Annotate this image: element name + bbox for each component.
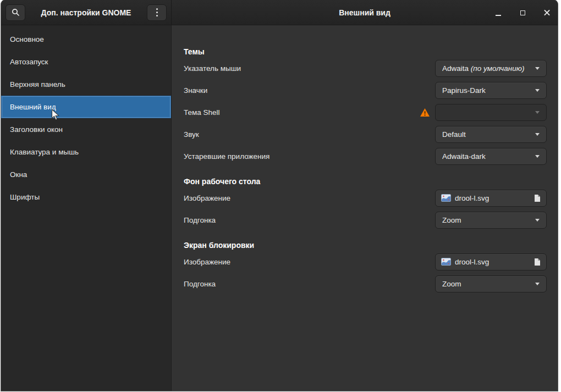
titlebar: Доп. настройки GNOME Внешний вид (1, 0, 558, 25)
background-image-chooser[interactable]: drool-l.svg (435, 190, 547, 207)
window-body: Основное Автозапуск Верхняя панель Внешн… (1, 25, 558, 391)
kebab-menu-icon (156, 8, 158, 16)
row-label: Устаревшие приложения (184, 152, 435, 161)
row-label: Указатель мыши (184, 64, 435, 73)
file-name: drool-l.svg (455, 194, 530, 202)
sidebar-item-window-titlebars[interactable]: Заголовки окон (1, 118, 171, 141)
settings-row-mouse-pointer: Указатель мыши Adwaita (по умолчанию) (184, 57, 547, 79)
sidebar-item-keyboard-mouse[interactable]: Клавиатура и мышь (1, 141, 171, 163)
settings-row-legacy-applications: Устаревшие приложения Adwaita-dark (184, 145, 547, 167)
appearance-panel: Темы Указатель мыши Adwaita (по умолчани… (172, 25, 558, 391)
chevron-down-icon (535, 283, 540, 285)
window-controls (493, 0, 552, 25)
sidebar: Основное Автозапуск Верхняя панель Внешн… (1, 25, 172, 391)
legacy-applications-dropdown[interactable]: Adwaita-dark (435, 148, 547, 165)
shell-theme-dropdown[interactable] (435, 104, 547, 121)
chevron-down-icon (535, 67, 540, 70)
titlebar-right: Внешний вид (172, 0, 558, 25)
file-name: drool-l.svg (455, 258, 530, 266)
settings-row-shell-theme: Тема Shell (184, 101, 547, 123)
settings-row-lockscreen-adjustment: Подгонка Zoom (184, 273, 547, 295)
image-thumbnail-icon (441, 258, 451, 266)
minimize-icon (496, 15, 501, 16)
section-title-lock-screen: Экран блокировки (184, 240, 547, 251)
section-title-desktop-background: Фон рабочего стола (184, 176, 547, 187)
chevron-down-icon (535, 219, 540, 222)
settings-row-background-image: Изображение drool-l.svg (184, 187, 547, 209)
maximize-button[interactable] (517, 7, 528, 18)
maximize-icon (520, 10, 525, 15)
dropdown-value: Default (442, 130, 535, 139)
dropdown-value: Adwaita-dark (442, 152, 535, 161)
file-document-icon (534, 194, 541, 202)
row-label: Звук (184, 130, 435, 139)
settings-row-sound: Звук Default (184, 123, 547, 145)
search-button[interactable] (6, 4, 25, 21)
dropdown-value: Papirus-Dark (442, 86, 535, 95)
sidebar-item-windows[interactable]: Окна (1, 163, 171, 186)
section-title-themes: Темы (184, 46, 547, 57)
dropdown-value: Zoom (442, 280, 535, 288)
sidebar-item-top-bar[interactable]: Верхняя панель (1, 73, 171, 96)
lockscreen-image-chooser[interactable]: drool-l.svg (435, 253, 547, 270)
sidebar-item-fonts[interactable]: Шрифты (1, 186, 171, 208)
sidebar-item-startup[interactable]: Автозапуск (1, 51, 171, 73)
dropdown-value-suffix: (по умолчанию) (471, 64, 525, 73)
sidebar-item-general[interactable]: Основное (1, 28, 171, 51)
search-icon (12, 8, 20, 16)
sidebar-item-appearance[interactable]: Внешний вид (1, 96, 171, 118)
chevron-down-icon (535, 133, 540, 136)
row-label: Изображение (184, 258, 435, 266)
row-label: Изображение (184, 194, 435, 202)
dropdown-value: Adwaita (442, 64, 471, 73)
row-label: Подгонка (184, 280, 435, 288)
close-button[interactable] (541, 7, 552, 18)
lockscreen-adjustment-dropdown[interactable]: Zoom (435, 275, 547, 292)
settings-row-background-adjustment: Подгонка Zoom (184, 209, 547, 231)
minimize-button[interactable] (493, 7, 504, 18)
chevron-down-icon (535, 111, 540, 114)
image-thumbnail-icon (441, 194, 451, 202)
chevron-down-icon (535, 155, 540, 158)
app-title: Доп. настройки GNOME (25, 8, 147, 17)
mouse-pointer-dropdown[interactable]: Adwaita (по умолчанию) (435, 60, 547, 77)
icons-dropdown[interactable]: Papirus-Dark (435, 82, 547, 99)
gnome-tweaks-window: Доп. настройки GNOME Внешний вид Основно… (1, 0, 558, 391)
primary-menu-button[interactable] (147, 4, 167, 21)
background-adjustment-dropdown[interactable]: Zoom (435, 212, 547, 229)
file-document-icon (534, 258, 541, 266)
titlebar-left: Доп. настройки GNOME (1, 0, 172, 25)
row-label: Подгонка (184, 216, 435, 224)
settings-row-icons: Значки Papirus-Dark (184, 79, 547, 101)
dropdown-value: Zoom (442, 216, 535, 224)
settings-row-lockscreen-image: Изображение drool-l.svg (184, 251, 547, 273)
warning-triangle-icon (420, 108, 430, 117)
sound-dropdown[interactable]: Default (435, 126, 547, 143)
chevron-down-icon (535, 89, 540, 92)
row-label: Значки (184, 86, 435, 95)
close-icon (544, 10, 550, 16)
row-label: Тема Shell (184, 108, 420, 117)
